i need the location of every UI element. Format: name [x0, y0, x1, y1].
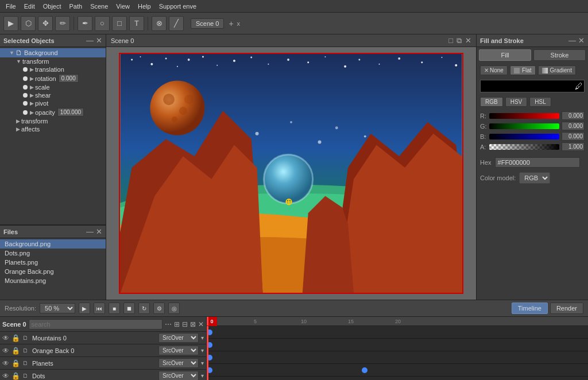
visibility-icon-dots[interactable]: 👁 — [2, 372, 9, 380]
tree-item-transform[interactable]: ▼ transform — [0, 57, 106, 65]
visibility-icon-planets[interactable]: 👁 — [2, 359, 9, 367]
maximize-icon[interactable]: □ — [448, 36, 453, 45]
hand-tool[interactable]: ✥ — [38, 16, 53, 31]
transform-arrow[interactable]: ▼ — [16, 59, 21, 64]
tl-layer-orange[interactable]: 👁 🔒 🗋 Orange Back 0 SrcOver ▾ — [0, 344, 206, 357]
menu-file[interactable]: File — [2, 2, 20, 11]
file-mountains[interactable]: Mountains.png — [0, 276, 106, 285]
files-close-icon[interactable]: ✕ — [96, 227, 102, 236]
rgb-tab[interactable]: RGB — [480, 97, 503, 107]
r-value-input[interactable] — [562, 111, 585, 120]
color-model-select[interactable]: RGB HSV HSL — [519, 172, 550, 184]
file-orange-back[interactable]: Orange Back.png — [0, 267, 106, 276]
settings-button[interactable]: ⚙ — [153, 303, 165, 314]
b-value-input[interactable] — [562, 132, 585, 141]
hsv-tab[interactable]: HSV — [505, 97, 528, 107]
rotation-arrow[interactable]: ▶ — [30, 76, 34, 82]
text-tool[interactable]: T — [129, 16, 144, 31]
menu-edit[interactable]: Edit — [21, 2, 38, 11]
pause-button[interactable]: ⏹ — [123, 303, 135, 314]
blend-orange[interactable]: SrcOver — [158, 346, 199, 355]
menu-object[interactable]: Object — [40, 2, 65, 11]
tl-layer-mountains[interactable]: 👁 🔒 🗋 Mountains 0 SrcOver ▾ — [0, 332, 206, 344]
visibility-icon-mountains[interactable]: 👁 — [2, 334, 9, 342]
blend-mountains[interactable]: SrcOver — [158, 333, 199, 343]
tree-item-pivot[interactable]: ▶ pivot — [0, 99, 106, 107]
close-icon[interactable]: ✕ — [96, 36, 102, 45]
rect-tool[interactable]: □ — [112, 16, 127, 31]
canvas-close-icon[interactable]: ✕ — [465, 36, 471, 45]
minimize-icon[interactable]: — — [86, 36, 94, 45]
tl-close-icon[interactable]: ✕ — [198, 320, 204, 328]
pencil-tool[interactable]: ✒ — [78, 16, 92, 31]
lock-icon-mountains[interactable]: 🔒 — [11, 334, 20, 342]
resolution-select[interactable]: 50 % 100 % 25 % — [40, 303, 75, 313]
tree-item-shear[interactable]: ▶ shear — [0, 91, 106, 99]
record-button[interactable]: ■ — [109, 303, 120, 314]
g-slider[interactable] — [489, 123, 559, 129]
blend-arrow-dots[interactable]: ▾ — [201, 373, 204, 379]
menu-support[interactable]: Support enve — [156, 2, 200, 11]
render-settings-button[interactable]: ◎ — [168, 303, 180, 314]
float-icon[interactable]: ⧉ — [457, 36, 462, 45]
lock-icon-planets[interactable]: 🔒 — [11, 359, 20, 367]
menu-view[interactable]: View — [113, 2, 133, 11]
tree-item-effects[interactable]: ▶ affects — [0, 125, 106, 133]
flat-btn[interactable]: Flat — [510, 65, 536, 75]
a-slider[interactable] — [489, 144, 559, 150]
files-minimize-icon[interactable]: — — [86, 227, 94, 236]
add-scene-button[interactable]: + — [229, 19, 233, 28]
tree-item-rotation[interactable]: ▶ rotation 0.000 — [0, 73, 106, 83]
scene-tab[interactable]: Scene 0 — [191, 18, 224, 29]
menu-scene[interactable]: Scene — [87, 2, 111, 11]
b-slider[interactable] — [489, 134, 559, 139]
visibility-icon-orange[interactable]: 👁 — [2, 347, 9, 355]
tree-item-scale[interactable]: ▶ scale — [0, 83, 106, 91]
tl-collapse-icon[interactable]: ⊟ — [182, 320, 188, 328]
timeline-search-input[interactable] — [29, 319, 163, 329]
tree-item-background[interactable]: ▼ 🗋 Background — [0, 48, 106, 57]
scale-arrow[interactable]: ▶ — [30, 84, 34, 90]
hsl-tab[interactable]: HSL — [529, 97, 551, 107]
circle-tool[interactable]: ○ — [95, 16, 110, 31]
hex-input[interactable] — [495, 157, 580, 168]
rotation-value[interactable]: 0.000 — [59, 74, 79, 83]
gradient-btn[interactable]: Gradient — [538, 65, 576, 75]
g-value-input[interactable] — [562, 122, 585, 130]
play-button[interactable]: ▶ — [79, 303, 90, 314]
menu-help[interactable]: Help — [134, 2, 154, 11]
shear-arrow[interactable]: ▶ — [30, 92, 34, 98]
loop-button[interactable]: ↻ — [138, 303, 150, 314]
blend-planets[interactable]: SrcOver — [158, 358, 199, 368]
blend-arrow-mountains[interactable]: ▾ — [201, 335, 204, 341]
file-planets[interactable]: Planets.png — [0, 258, 106, 267]
tl-more-icon[interactable]: ⋯ — [165, 320, 172, 328]
translation-arrow[interactable]: ▶ — [30, 67, 34, 72]
te-arrow[interactable]: ▶ — [16, 118, 20, 124]
paint-tool[interactable]: ╱ — [169, 16, 184, 31]
tl-layer-planets[interactable]: 👁 🔒 🗋 Planets SrcOver ▾ — [0, 357, 206, 370]
fs-minimize-icon[interactable]: — — [568, 36, 576, 45]
tl-expand-icon[interactable]: ⊞ — [174, 320, 180, 328]
canvas-viewport[interactable]: ⊕ — [106, 47, 476, 300]
fs-close-icon[interactable]: ✕ — [578, 36, 585, 45]
target-tool[interactable]: ⊗ — [152, 16, 167, 31]
select-tool[interactable]: ▶ — [3, 16, 18, 31]
a-value-input[interactable] — [562, 142, 585, 151]
pivot-arrow[interactable]: ▶ — [30, 100, 34, 106]
timeline-button[interactable]: Timeline — [512, 303, 548, 314]
expand-arrow[interactable]: ▼ — [9, 50, 14, 56]
blend-arrow-orange[interactable]: ▾ — [201, 347, 204, 354]
color-preview[interactable]: 🖊 — [480, 80, 585, 92]
effects-arrow[interactable]: ▶ — [16, 126, 20, 132]
lock-icon-orange[interactable]: 🔒 — [11, 347, 20, 355]
render-button[interactable]: Render — [550, 303, 583, 314]
tl-layer-dots[interactable]: 👁 🔒 🗋 Dots SrcOver ▾ — [0, 370, 206, 380]
file-dots[interactable]: Dots.png — [0, 249, 106, 258]
stroke-tab[interactable]: Stroke — [533, 49, 586, 61]
tree-item-transform-effects[interactable]: ▶ transform — [0, 117, 106, 125]
file-background[interactable]: Background.png — [0, 239, 106, 249]
menu-path[interactable]: Path — [66, 2, 86, 11]
blend-arrow-planets[interactable]: ▾ — [201, 360, 204, 366]
r-slider[interactable] — [489, 113, 559, 119]
